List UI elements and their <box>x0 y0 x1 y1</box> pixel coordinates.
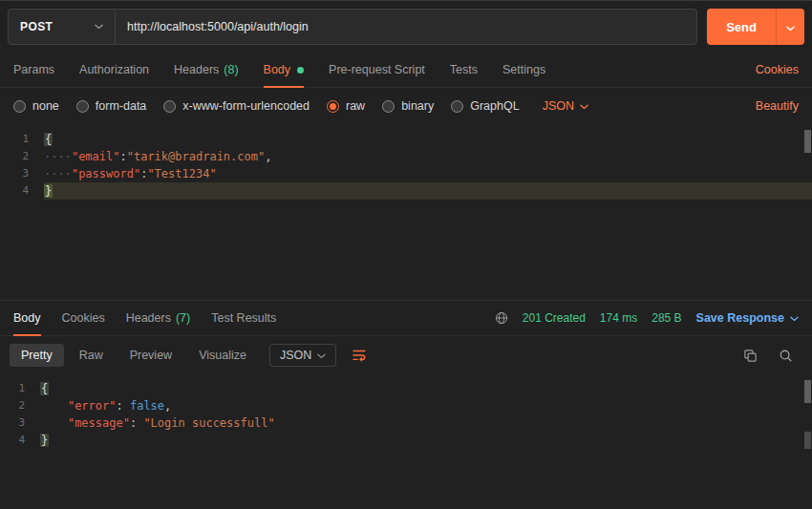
tab-label: Cookies <box>62 311 105 325</box>
chevron-down-icon <box>317 349 326 362</box>
radio-form-data[interactable]: form-data <box>76 99 147 113</box>
tab-authorization[interactable]: Authorization <box>79 53 149 87</box>
save-response-label: Save Response <box>696 311 784 325</box>
chevron-down-icon <box>786 20 795 34</box>
response-tab-test-results[interactable]: Test Results <box>211 301 276 335</box>
line-number: 3 <box>0 414 40 432</box>
tab-label: Tests <box>450 63 478 76</box>
radio-selected-icon <box>327 100 339 113</box>
request-body-editor[interactable]: 1{2····"email":"tarik@bradrain.com",3···… <box>0 124 812 301</box>
line-content: } <box>44 182 812 200</box>
beautify-link[interactable]: Beautify <box>756 99 799 113</box>
radio-label: none <box>32 99 59 113</box>
response-tab-headers[interactable]: Headers (7) <box>126 301 191 335</box>
response-header: Body Cookies Headers (7) Test Results 20… <box>0 301 812 336</box>
cookies-link[interactable]: Cookies <box>756 63 799 76</box>
tab-settings[interactable]: Settings <box>502 53 545 87</box>
tab-pre-request-script[interactable]: Pre-request Script <box>329 53 425 87</box>
view-tab-pretty[interactable]: Pretty <box>10 344 64 367</box>
url-input[interactable]: http://localhost:5000/api/auth/login <box>116 10 696 44</box>
radio-icon <box>451 100 463 113</box>
send-options-button[interactable] <box>776 9 804 45</box>
scrollbar[interactable] <box>802 126 811 298</box>
wrap-text-icon[interactable] <box>352 349 367 362</box>
send-button-group: Send <box>707 9 804 45</box>
tab-label: Headers <box>174 63 219 76</box>
line-number: 1 <box>0 380 40 397</box>
status-badge: 201 Created <box>523 311 586 325</box>
response-tab-cookies[interactable]: Cookies <box>62 301 105 335</box>
scrollbar-thumb[interactable] <box>804 130 811 153</box>
response-time: 174 ms <box>600 311 637 325</box>
radio-raw[interactable]: raw <box>327 99 365 113</box>
code-line: 4} <box>0 432 812 449</box>
line-content: ····"password":"Test1234" <box>44 165 812 182</box>
tab-label: Body <box>264 63 291 76</box>
line-content: "error": false, <box>40 397 812 414</box>
line-content: { <box>40 380 812 397</box>
radio-label: raw <box>346 99 365 113</box>
body-modified-dot <box>297 67 304 74</box>
request-code: 1{2····"email":"tarik@bradrain.com",3···… <box>0 131 812 200</box>
radio-icon <box>13 100 26 113</box>
scrollbar[interactable] <box>802 376 811 507</box>
code-line: 2 "error": false, <box>0 397 812 414</box>
scrollbar-thumb[interactable] <box>804 380 811 403</box>
line-content: ····"email":"tarik@bradrain.com", <box>44 148 812 165</box>
radio-none[interactable]: none <box>13 99 59 113</box>
raw-format-dropdown[interactable]: JSON <box>543 99 588 113</box>
line-content: } <box>40 432 812 449</box>
tab-label: Body <box>13 311 41 325</box>
response-format-label: JSON <box>280 349 311 362</box>
search-icon[interactable] <box>779 349 793 363</box>
view-tab-preview[interactable]: Preview <box>118 344 183 367</box>
tab-label: Test Results <box>211 311 276 325</box>
body-type-row: none form-data x-www-form-urlencoded raw… <box>0 88 812 124</box>
tab-label: Authorization <box>79 63 149 76</box>
tab-params[interactable]: Params <box>13 53 54 87</box>
code-line: 3····"password":"Test1234" <box>0 165 812 182</box>
send-button[interactable]: Send <box>707 9 776 45</box>
method-dropdown[interactable]: POST <box>9 10 116 44</box>
radio-label: binary <box>401 99 434 113</box>
code-line: 1{ <box>0 131 812 148</box>
api-client-app: POST http://localhost:5000/api/auth/logi… <box>0 0 812 509</box>
response-format-dropdown[interactable]: JSON <box>269 344 336 367</box>
line-number: 3 <box>0 165 44 182</box>
method-label: POST <box>20 20 53 33</box>
line-content: { <box>44 131 812 148</box>
request-url-bar: POST http://localhost:5000/api/auth/logi… <box>0 1 812 53</box>
response-toolbar-icons <box>743 349 802 363</box>
radio-icon <box>163 100 176 113</box>
tab-body[interactable]: Body <box>264 53 305 87</box>
scrollbar-mark <box>804 432 811 449</box>
code-line: 2····"email":"tarik@bradrain.com", <box>0 148 812 165</box>
radio-x-www-form-urlencoded[interactable]: x-www-form-urlencoded <box>163 99 310 113</box>
request-tabs: Params Authorization Headers (8) Body Pr… <box>0 53 812 88</box>
chevron-down-icon <box>95 24 103 30</box>
line-number: 2 <box>0 148 44 165</box>
save-response-button[interactable]: Save Response <box>696 311 799 325</box>
line-number: 2 <box>0 397 40 414</box>
response-headers-count-badge: (7) <box>176 311 190 325</box>
line-number: 4 <box>0 182 44 200</box>
view-tab-visualize[interactable]: Visualize <box>187 344 258 367</box>
radio-icon <box>76 100 89 113</box>
copy-icon[interactable] <box>743 349 758 363</box>
url-text: http://localhost:5000/api/auth/login <box>127 20 309 33</box>
tab-headers[interactable]: Headers (8) <box>174 53 239 87</box>
response-size: 285 B <box>652 311 681 325</box>
response-tab-body[interactable]: Body <box>13 301 41 335</box>
tab-label: Settings <box>502 63 545 76</box>
response-code: 1{2 "error": false,3 "message": "Login s… <box>0 380 812 449</box>
view-tab-raw[interactable]: Raw <box>68 344 115 367</box>
tab-tests[interactable]: Tests <box>450 53 478 87</box>
response-body-editor[interactable]: 1{2 "error": false,3 "message": "Login s… <box>0 374 812 509</box>
raw-format-label: JSON <box>543 99 574 113</box>
tab-label: Headers <box>126 311 171 325</box>
radio-label: form-data <box>96 99 147 113</box>
url-field-group: POST http://localhost:5000/api/auth/logi… <box>8 9 697 45</box>
radio-binary[interactable]: binary <box>382 99 434 113</box>
line-content: "message": "Login successfull" <box>40 414 812 432</box>
radio-graphql[interactable]: GraphQL <box>451 99 519 113</box>
